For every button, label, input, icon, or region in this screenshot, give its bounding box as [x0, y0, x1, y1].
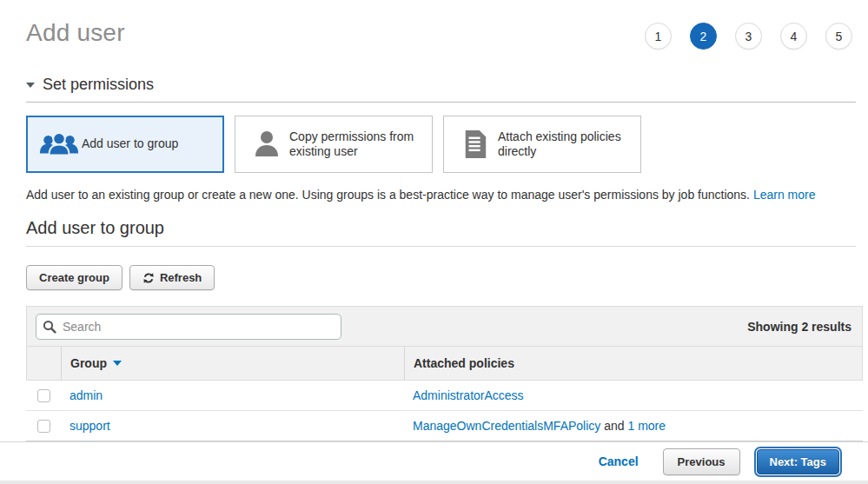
page-title: Add user: [26, 19, 125, 47]
step-1: 1: [645, 23, 672, 50]
option-add-user-to-group[interactable]: Add user to group: [26, 116, 224, 173]
and-text: and: [600, 419, 627, 433]
refresh-icon: [142, 272, 155, 284]
previous-button[interactable]: Previous: [663, 448, 740, 475]
learn-more-link[interactable]: Learn more: [753, 188, 816, 202]
create-group-button[interactable]: Create group: [26, 265, 123, 290]
policy-link[interactable]: AdministratorAccess: [413, 388, 524, 402]
collapse-caret-icon: [26, 83, 35, 88]
row-checkbox-cell: [26, 381, 61, 410]
option-label: Attach existing policies directly: [498, 129, 632, 160]
select-all-cell: [27, 347, 62, 380]
group-description: Add user to an existing group or create …: [26, 188, 856, 202]
policies-cell: AdministratorAccess: [404, 381, 863, 410]
step-3: 3: [735, 23, 762, 50]
add-user-page: Add user 1 2 3 4 5 Set permissions: [0, 0, 868, 484]
single-user-icon: [244, 129, 289, 159]
set-permissions-header[interactable]: Set permissions: [26, 76, 856, 94]
option-copy-permissions[interactable]: Copy permissions from existing user: [235, 116, 433, 173]
cancel-button[interactable]: Cancel: [599, 454, 639, 468]
table-row-support: support ManageOwnCredentialsMFAPolicy an…: [26, 411, 863, 441]
description-text: Add user to an existing group or create …: [26, 188, 750, 202]
policies-column-label: Attached policies: [414, 356, 514, 370]
next-button-focus-ring: Next: Tags: [754, 447, 843, 477]
refresh-button[interactable]: Refresh: [129, 265, 215, 290]
step-5: 5: [825, 23, 852, 50]
refresh-label: Refresh: [160, 271, 202, 284]
step-4: 4: [780, 23, 807, 50]
table-row-admin: admin AdministratorAccess: [26, 381, 863, 411]
page-header: Add user 1 2 3 4 5: [26, 0, 856, 50]
groups-table: Showing 2 results Group Attached policie…: [26, 306, 863, 441]
wizard-footer: Cancel Previous Next: Tags: [0, 441, 868, 484]
results-count: Showing 2 results: [747, 320, 851, 334]
option-attach-policies[interactable]: Attach existing policies directly: [443, 116, 641, 173]
column-header-policies: Attached policies: [405, 347, 862, 380]
policy-document-icon: [453, 129, 498, 159]
group-section-title: Add user to group: [26, 218, 856, 238]
permission-option-cards: Add user to group Copy permissions from …: [26, 116, 856, 173]
search-box: [36, 314, 341, 340]
group-cell: admin: [61, 381, 404, 410]
row-checkbox[interactable]: [37, 420, 50, 433]
group-section-divider: [26, 246, 856, 247]
table-header-row: Group Attached policies: [26, 346, 863, 381]
group-cell: support: [61, 411, 404, 441]
section-divider: [26, 102, 856, 103]
step-indicator: 1 2 3 4 5: [645, 23, 852, 50]
group-link[interactable]: support: [70, 419, 110, 433]
step-2-active: 2: [690, 23, 717, 50]
user-group-icon: [36, 130, 82, 158]
search-input[interactable]: [36, 314, 341, 340]
policies-cell: ManageOwnCredentialsMFAPolicy and 1 more: [404, 411, 863, 441]
row-checkbox[interactable]: [37, 389, 50, 402]
sort-descending-icon: [113, 361, 122, 366]
more-policies-link[interactable]: 1 more: [627, 419, 666, 433]
group-column-label: Group: [70, 356, 107, 370]
group-link[interactable]: admin: [70, 388, 103, 402]
policy-link[interactable]: ManageOwnCredentialsMFAPolicy: [413, 419, 600, 433]
column-header-group[interactable]: Group: [62, 347, 405, 380]
option-label: Copy permissions from existing user: [289, 129, 423, 160]
option-label: Add user to group: [82, 136, 178, 152]
group-actions: Create group Refresh: [26, 265, 856, 290]
table-toolbar: Showing 2 results: [26, 306, 863, 346]
row-checkbox-cell: [26, 411, 61, 441]
next-tags-button[interactable]: Next: Tags: [757, 449, 840, 474]
search-icon: [43, 320, 56, 336]
section-title: Set permissions: [43, 76, 154, 94]
